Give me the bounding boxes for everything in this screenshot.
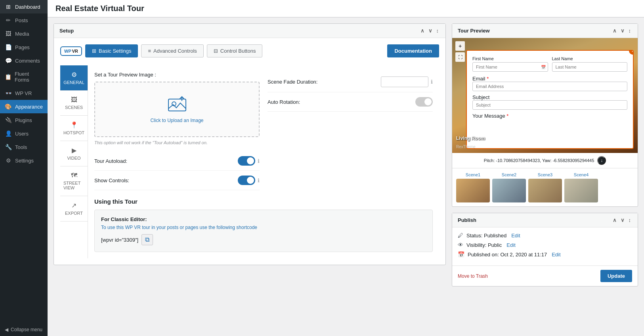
sidebar-item-media[interactable]: 🖼 Media <box>0 27 48 40</box>
upload-label: Set a Tour Preview Image : <box>94 72 260 78</box>
show-controls-control: ℹ <box>238 176 260 185</box>
setup-header-controls: ∧ ∨ ↕ <box>419 28 440 34</box>
fluent-forms-icon: 📋 <box>5 74 11 80</box>
plugins-icon: 🔌 <box>5 117 12 123</box>
tabs-row: WPVR ⊞ Basic Settings ≡ Advanced Control… <box>60 44 439 57</box>
email-input[interactable] <box>472 82 627 91</box>
chevron-up-icon[interactable]: ∧ <box>419 28 426 34</box>
comments-icon: 💬 <box>5 57 12 64</box>
tour-controls: + ⛶ <box>455 41 465 62</box>
scene-3-label: Scene3 <box>538 172 552 177</box>
setup-sidebar-scenes[interactable]: 🖼 SCENES <box>60 91 88 116</box>
last-name-input[interactable] <box>552 62 628 72</box>
scene-item-4[interactable]: Scene4 <box>564 172 598 202</box>
sidebar-item-users[interactable]: 👤 Users <box>0 127 48 140</box>
sidebar-item-appearance[interactable]: 🎨 Appearance <box>0 100 48 113</box>
tour-autoload-toggle[interactable] <box>238 156 255 166</box>
expand-icon[interactable]: ↕ <box>627 28 633 34</box>
sidebar-item-settings[interactable]: ⚙ Settings <box>0 154 48 167</box>
pitch-download-button[interactable]: ↓ <box>597 156 606 165</box>
setup-header: Setup ∧ ∨ ↕ <box>54 24 445 38</box>
visibility-edit-link[interactable]: Edit <box>506 242 515 248</box>
scene-2-thumb <box>492 179 526 202</box>
status-icon: 🖊 <box>458 232 463 239</box>
export-icon: ↗ <box>71 202 76 209</box>
tab-control-buttons[interactable]: ⊟ Control Buttons <box>207 44 263 57</box>
wpvr-logo: WPVR <box>60 46 82 56</box>
setup-title: Setup <box>59 28 74 34</box>
posts-icon: ✏ <box>5 17 12 23</box>
right-panel: Tour Preview ∧ ∨ ↕ + ⛶ <box>452 23 638 330</box>
tour-autoload-info[interactable]: ℹ <box>258 158 260 164</box>
scene-item-3[interactable]: Scene3 <box>528 172 562 202</box>
shortcode-text: [wpvr id="3309"] <box>101 237 138 243</box>
visibility-row: 👁 Visibility: Public Edit <box>458 242 632 248</box>
scene-fade-row: Scene Fade Duration: ℹ <box>268 72 433 92</box>
shortcode-box: For Classic Editor: To use this WP VR to… <box>94 210 433 252</box>
setup-sidebar-video[interactable]: ▶ VIDEO <box>60 141 88 166</box>
scene-fade-input[interactable] <box>381 76 428 87</box>
tab-advanced-controls[interactable]: ≡ Advanced Controls <box>141 44 203 57</box>
show-controls-toggle[interactable] <box>238 176 255 185</box>
classic-editor-title: For Classic Editor: <box>101 216 426 222</box>
copy-shortcode-button[interactable]: ⧉ <box>141 234 153 245</box>
setup-sidebar-export[interactable]: ↗ EXPORT <box>60 196 88 221</box>
expand-icon[interactable]: ↕ <box>435 28 440 34</box>
visibility-label: Visibility: Public <box>466 242 502 248</box>
setup-sidebar-hotspot[interactable]: 📍 HOTSPOT <box>60 116 88 141</box>
show-controls-info[interactable]: ℹ <box>258 178 260 183</box>
collapse-menu[interactable]: ◀ Collapse menu <box>0 323 48 336</box>
status-edit-link[interactable]: Edit <box>511 233 520 239</box>
fullscreen-button[interactable]: ⛶ <box>455 52 465 62</box>
street-view-icon: 🗺 <box>71 172 77 179</box>
sidebar-item-posts[interactable]: ✏ Posts <box>0 13 48 27</box>
rextheme-label: RexTheme <box>456 145 476 149</box>
first-name-input[interactable] <box>472 62 548 72</box>
sidebar-item-plugins[interactable]: 🔌 Plugins <box>0 113 48 127</box>
tour-autoload-label: Tour Autoload: <box>94 158 127 164</box>
status-label: Status: Published <box>466 233 506 239</box>
sidebar-item-dashboard[interactable]: ⊞ Dashboard <box>0 0 48 13</box>
setup-sidebar-general[interactable]: ⚙ GENERAL <box>60 65 88 91</box>
contact-form-overlay: ✕ First Name 📅 Las <box>466 50 634 149</box>
page-title: Real Estate Virtual Tour <box>55 4 144 13</box>
expand-icon[interactable]: ↕ <box>627 217 633 223</box>
chevron-down-icon[interactable]: ∨ <box>427 28 434 34</box>
scene-fade-info[interactable]: ℹ <box>431 79 433 85</box>
visibility-icon: 👁 <box>458 242 463 248</box>
publish-panel: Publish ∧ ∨ ↕ 🖊 Status: Published Edit <box>452 213 638 286</box>
auto-rotation-row: Auto Rotation: <box>268 92 433 112</box>
using-tour-section: Using this Tour For Classic Editor: To u… <box>94 198 433 252</box>
upload-box[interactable]: Click to Upload an Image <box>94 82 260 137</box>
update-button[interactable]: Update <box>600 270 632 282</box>
chevron-up-icon[interactable]: ∧ <box>612 28 618 34</box>
form-close-button[interactable]: ✕ <box>629 50 634 55</box>
sidebar-item-pages[interactable]: 📄 Pages <box>0 40 48 54</box>
scene-item-1[interactable]: Scene1 <box>456 172 490 202</box>
subject-input[interactable] <box>472 100 627 110</box>
setup-panel: Setup ∧ ∨ ↕ WPVR <box>54 23 446 265</box>
published-on-edit-link[interactable]: Edit <box>552 252 560 258</box>
chevron-up-icon[interactable]: ∧ <box>612 217 618 223</box>
pitch-bar: Pitch: -10.708620758494323, Yaw: -6.5582… <box>452 153 638 168</box>
published-on-row: 📅 Published on: Oct 2, 2020 at 11:17 Edi… <box>458 251 632 258</box>
scene-item-2[interactable]: Scene2 <box>492 172 526 202</box>
form-name-row: First Name 📅 Last Name <box>472 56 627 72</box>
sidebar-item-comments[interactable]: 💬 Comments <box>0 54 48 67</box>
sidebar-item-tools[interactable]: 🔧 Tools <box>0 140 48 154</box>
chevron-down-icon[interactable]: ∨ <box>619 217 626 223</box>
zoom-in-button[interactable]: + <box>455 41 465 51</box>
scene-fade-label: Scene Fade Duration: <box>268 79 317 85</box>
status-row: 🖊 Status: Published Edit <box>458 232 632 239</box>
sidebar-item-wp-vr[interactable]: 👓 WP VR <box>0 86 48 100</box>
documentation-button[interactable]: Documentation <box>387 44 439 57</box>
setup-sidebar-street-view[interactable]: 🗺 STREET VIEW <box>60 166 88 196</box>
two-col-layout: Set a Tour Preview Image : <box>94 72 433 190</box>
tab-basic-settings[interactable]: ⊞ Basic Settings <box>85 44 138 57</box>
auto-rotation-toggle[interactable] <box>415 97 433 107</box>
move-to-trash-link[interactable]: Move to Trash <box>458 273 488 279</box>
show-controls-slider <box>238 176 255 185</box>
message-label: Your Message * <box>472 113 508 119</box>
sidebar-item-fluent-forms[interactable]: 📋 Fluent Forms <box>0 67 48 86</box>
chevron-down-icon[interactable]: ∨ <box>619 28 626 34</box>
